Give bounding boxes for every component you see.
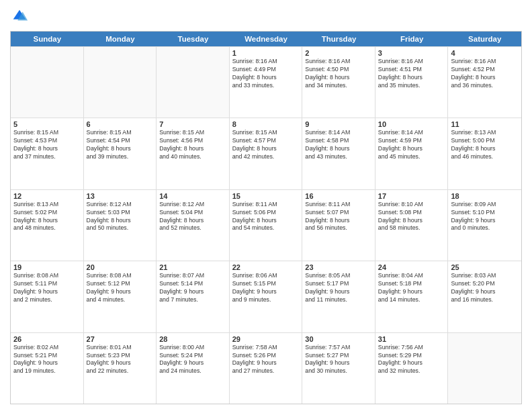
calendar-header: SundayMondayTuesdayWednesdayThursdayFrid… [11,32,521,46]
weekday-header: Wednesday [230,32,303,46]
day-number: 20 [87,263,154,271]
cell-content: Sunrise: 8:03 AM Sunset: 5:20 PM Dayligh… [451,272,519,304]
calendar-row: 1Sunrise: 8:16 AM Sunset: 4:49 PM Daylig… [11,46,521,118]
day-number: 16 [305,192,372,200]
calendar-cell: 21Sunrise: 8:07 AM Sunset: 5:14 PM Dayli… [157,261,230,332]
calendar-row: 19Sunrise: 8:08 AM Sunset: 5:11 PM Dayli… [11,261,521,332]
cell-content: Sunrise: 8:15 AM Sunset: 4:54 PM Dayligh… [87,129,154,161]
calendar-cell: 17Sunrise: 8:10 AM Sunset: 5:08 PM Dayli… [375,190,449,261]
calendar-cell: 15Sunrise: 8:11 AM Sunset: 5:06 PM Dayli… [230,190,303,261]
calendar-cell: 30Sunrise: 7:57 AM Sunset: 5:27 PM Dayli… [302,333,375,404]
cell-content: Sunrise: 8:06 AM Sunset: 5:15 PM Dayligh… [232,272,300,304]
calendar-cell: 11Sunrise: 8:13 AM Sunset: 5:00 PM Dayli… [448,118,521,189]
cell-content: Sunrise: 8:12 AM Sunset: 5:04 PM Dayligh… [159,201,226,233]
day-number: 25 [451,263,519,271]
cell-content: Sunrise: 8:05 AM Sunset: 5:17 PM Dayligh… [305,272,372,304]
cell-content: Sunrise: 8:07 AM Sunset: 5:14 PM Dayligh… [159,272,226,304]
day-number: 9 [305,120,372,128]
weekday-header: Sunday [11,32,84,46]
cell-content: Sunrise: 8:08 AM Sunset: 5:11 PM Dayligh… [13,272,81,304]
cell-content: Sunrise: 8:15 AM Sunset: 4:56 PM Dayligh… [159,129,226,161]
day-number: 4 [451,49,519,57]
day-number: 13 [87,192,154,200]
weekday-header: Friday [375,32,449,46]
calendar-cell: 8Sunrise: 8:15 AM Sunset: 4:57 PM Daylig… [230,118,303,189]
calendar-cell: 22Sunrise: 8:06 AM Sunset: 5:15 PM Dayli… [230,261,303,332]
cell-content: Sunrise: 7:58 AM Sunset: 5:26 PM Dayligh… [232,344,300,376]
cell-content: Sunrise: 8:14 AM Sunset: 4:59 PM Dayligh… [378,129,445,161]
calendar-cell [11,47,84,118]
calendar-cell: 5Sunrise: 8:15 AM Sunset: 4:53 PM Daylig… [11,118,84,189]
day-number: 6 [87,120,154,128]
header [10,7,522,26]
calendar-cell: 2Sunrise: 8:16 AM Sunset: 4:50 PM Daylig… [302,47,375,118]
day-number: 18 [451,192,519,200]
cell-content: Sunrise: 8:10 AM Sunset: 5:08 PM Dayligh… [378,201,445,233]
weekday-header: Thursday [302,32,375,46]
cell-content: Sunrise: 8:15 AM Sunset: 4:57 PM Dayligh… [232,129,300,161]
calendar-cell: 20Sunrise: 8:08 AM Sunset: 5:12 PM Dayli… [84,261,157,332]
calendar: SundayMondayTuesdayWednesdayThursdayFrid… [10,31,522,404]
cell-content: Sunrise: 8:16 AM Sunset: 4:50 PM Dayligh… [305,58,372,90]
calendar-cell: 23Sunrise: 8:05 AM Sunset: 5:17 PM Dayli… [302,261,375,332]
cell-content: Sunrise: 8:16 AM Sunset: 4:52 PM Dayligh… [451,58,519,90]
day-number: 12 [13,192,81,200]
cell-content: Sunrise: 8:12 AM Sunset: 5:03 PM Dayligh… [87,201,154,233]
calendar-cell: 19Sunrise: 8:08 AM Sunset: 5:11 PM Dayli… [11,261,84,332]
day-number: 3 [378,49,445,57]
cell-content: Sunrise: 8:16 AM Sunset: 4:51 PM Dayligh… [378,58,445,90]
day-number: 24 [378,263,445,271]
calendar-cell: 28Sunrise: 8:00 AM Sunset: 5:24 PM Dayli… [157,333,230,404]
day-number: 1 [232,49,300,57]
calendar-cell: 10Sunrise: 8:14 AM Sunset: 4:59 PM Dayli… [375,118,449,189]
day-number: 28 [159,335,226,343]
calendar-cell: 4Sunrise: 8:16 AM Sunset: 4:52 PM Daylig… [448,47,521,118]
cell-content: Sunrise: 8:08 AM Sunset: 5:12 PM Dayligh… [87,272,154,304]
cell-content: Sunrise: 8:16 AM Sunset: 4:49 PM Dayligh… [232,58,300,90]
day-number: 17 [378,192,445,200]
calendar-cell [84,47,157,118]
cell-content: Sunrise: 8:11 AM Sunset: 5:07 PM Dayligh… [305,201,372,233]
day-number: 14 [159,192,226,200]
calendar-row: 12Sunrise: 8:13 AM Sunset: 5:02 PM Dayli… [11,189,521,261]
weekday-header: Saturday [448,32,521,46]
calendar-cell: 3Sunrise: 8:16 AM Sunset: 4:51 PM Daylig… [375,47,449,118]
calendar-cell: 29Sunrise: 7:58 AM Sunset: 5:26 PM Dayli… [230,333,303,404]
day-number: 5 [13,120,81,128]
cell-content: Sunrise: 8:02 AM Sunset: 5:21 PM Dayligh… [13,344,81,376]
calendar-cell: 12Sunrise: 8:13 AM Sunset: 5:02 PM Dayli… [11,190,84,261]
day-number: 29 [232,335,300,343]
calendar-cell: 31Sunrise: 7:56 AM Sunset: 5:29 PM Dayli… [375,333,449,404]
day-number: 10 [378,120,445,128]
cell-content: Sunrise: 8:01 AM Sunset: 5:23 PM Dayligh… [87,344,154,376]
day-number: 22 [232,263,300,271]
day-number: 7 [159,120,226,128]
calendar-row: 5Sunrise: 8:15 AM Sunset: 4:53 PM Daylig… [11,118,521,189]
cell-content: Sunrise: 8:09 AM Sunset: 5:10 PM Dayligh… [451,201,519,233]
calendar-cell: 13Sunrise: 8:12 AM Sunset: 5:03 PM Dayli… [84,190,157,261]
cell-content: Sunrise: 8:11 AM Sunset: 5:06 PM Dayligh… [232,201,300,233]
calendar-cell [448,333,521,404]
calendar-cell: 14Sunrise: 8:12 AM Sunset: 5:04 PM Dayli… [157,190,230,261]
page: SundayMondayTuesdayWednesdayThursdayFrid… [0,0,532,411]
logo-icon [10,7,29,26]
cell-content: Sunrise: 7:56 AM Sunset: 5:29 PM Dayligh… [378,344,445,376]
calendar-cell: 16Sunrise: 8:11 AM Sunset: 5:07 PM Dayli… [302,190,375,261]
calendar-cell: 18Sunrise: 8:09 AM Sunset: 5:10 PM Dayli… [448,190,521,261]
calendar-cell [157,47,230,118]
day-number: 11 [451,120,519,128]
calendar-cell: 7Sunrise: 8:15 AM Sunset: 4:56 PM Daylig… [157,118,230,189]
cell-content: Sunrise: 8:15 AM Sunset: 4:53 PM Dayligh… [13,129,81,161]
weekday-header: Tuesday [157,32,230,46]
calendar-row: 26Sunrise: 8:02 AM Sunset: 5:21 PM Dayli… [11,332,521,404]
day-number: 30 [305,335,372,343]
calendar-cell: 1Sunrise: 8:16 AM Sunset: 4:49 PM Daylig… [230,47,303,118]
cell-content: Sunrise: 8:13 AM Sunset: 5:02 PM Dayligh… [13,201,81,233]
day-number: 23 [305,263,372,271]
day-number: 26 [13,335,81,343]
calendar-body: 1Sunrise: 8:16 AM Sunset: 4:49 PM Daylig… [11,46,521,404]
day-number: 19 [13,263,81,271]
cell-content: Sunrise: 8:00 AM Sunset: 5:24 PM Dayligh… [159,344,226,376]
day-number: 8 [232,120,300,128]
calendar-cell: 27Sunrise: 8:01 AM Sunset: 5:23 PM Dayli… [84,333,157,404]
